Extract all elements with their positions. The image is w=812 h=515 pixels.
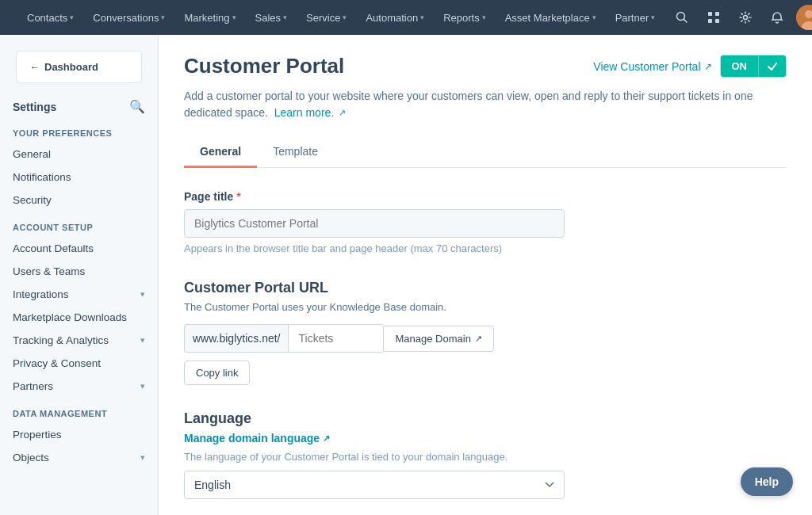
sidebar-item-account-defaults[interactable]: Account Defaults bbox=[0, 237, 158, 260]
chevron-down-icon: ▾ bbox=[140, 289, 145, 299]
chevron-down-icon: ▾ bbox=[70, 13, 74, 21]
learn-more-link[interactable]: Learn more. ↗ bbox=[274, 105, 346, 121]
sidebar-section-data-management: Data Management bbox=[0, 398, 158, 423]
sidebar-item-partners[interactable]: Partners ▾ bbox=[0, 375, 158, 398]
chevron-down-icon: ▾ bbox=[161, 13, 165, 21]
sidebar-item-notifications[interactable]: Notifications bbox=[0, 166, 158, 189]
sidebar-item-objects[interactable]: Objects ▾ bbox=[0, 446, 158, 469]
chevron-down-icon: ▾ bbox=[140, 335, 145, 345]
external-link-icon: ↗ bbox=[475, 334, 482, 344]
nav-partner[interactable]: Partner ▾ bbox=[607, 0, 664, 35]
svg-point-8 bbox=[744, 16, 748, 20]
manage-language-link[interactable]: Manage domain language ↗ bbox=[184, 432, 330, 444]
header-actions: View Customer Portal ↗ ON bbox=[593, 55, 787, 78]
portal-toggle[interactable]: ON bbox=[720, 55, 787, 78]
external-link-icon: ↗ bbox=[339, 106, 346, 120]
dashboard-back-button[interactable]: ← Dashboard bbox=[16, 51, 142, 83]
language-hint: The language of your Customer Portal is … bbox=[184, 451, 787, 463]
app-body: ← Dashboard Settings 🔍 Your Preferences … bbox=[0, 35, 812, 515]
nav-automation[interactable]: Automation ▾ bbox=[358, 0, 432, 35]
settings-icon[interactable] bbox=[733, 5, 758, 30]
url-section: Customer Portal URL The Customer Portal … bbox=[184, 280, 787, 385]
sidebar-search-icon[interactable]: 🔍 bbox=[129, 99, 145, 114]
sidebar-item-general[interactable]: General bbox=[0, 143, 158, 166]
nav-service[interactable]: Service ▾ bbox=[298, 0, 354, 35]
chevron-down-icon: ▾ bbox=[140, 452, 145, 463]
svg-rect-6 bbox=[708, 19, 712, 23]
sidebar-title: Settings bbox=[13, 101, 56, 113]
page-description: Add a customer portal to your website wh… bbox=[184, 88, 787, 121]
sidebar-item-users-teams[interactable]: Users & Teams bbox=[0, 260, 158, 283]
copy-link-button[interactable]: Copy link bbox=[184, 360, 250, 385]
search-icon[interactable] bbox=[669, 5, 695, 30]
nav-asset-marketplace[interactable]: Asset Marketplace ▾ bbox=[497, 0, 604, 35]
back-arrow-icon: ← bbox=[29, 61, 40, 73]
view-portal-link[interactable]: View Customer Portal ↗ bbox=[593, 60, 711, 73]
chevron-down-icon: ▾ bbox=[283, 13, 287, 21]
nav-contacts[interactable]: Contacts ▾ bbox=[19, 0, 82, 35]
chevron-down-icon: ▾ bbox=[592, 13, 596, 21]
tab-general[interactable]: General bbox=[184, 137, 257, 168]
tab-template[interactable]: Template bbox=[257, 137, 334, 168]
top-navigation: H Contacts ▾ Conversations ▾ Marketing ▾… bbox=[0, 0, 812, 35]
sidebar-item-integrations[interactable]: Integrations ▾ bbox=[0, 283, 158, 306]
url-section-title: Customer Portal URL bbox=[184, 280, 787, 296]
chevron-down-icon: ▾ bbox=[232, 13, 236, 21]
sidebar-item-marketplace-downloads[interactable]: Marketplace Downloads bbox=[0, 306, 158, 329]
sidebar-section-preferences: Your Preferences bbox=[0, 117, 158, 143]
page-title-input[interactable] bbox=[184, 209, 565, 238]
user-avatar[interactable] bbox=[796, 5, 812, 30]
sidebar-item-privacy-consent[interactable]: Privacy & Consent bbox=[0, 352, 158, 375]
svg-rect-5 bbox=[715, 12, 719, 16]
language-section: Language Manage domain language ↗ The la… bbox=[184, 410, 787, 499]
url-input[interactable] bbox=[288, 324, 383, 353]
sidebar-header: Settings 🔍 bbox=[0, 93, 158, 117]
sidebar-item-properties[interactable]: Properties bbox=[0, 423, 158, 446]
page-title-hint: Appears in the browser title bar and pag… bbox=[184, 242, 787, 254]
language-select[interactable]: English bbox=[184, 471, 565, 499]
help-button[interactable]: Help bbox=[741, 467, 793, 496]
page-title-section: Page title * Appears in the browser titl… bbox=[184, 190, 787, 254]
svg-line-3 bbox=[684, 20, 688, 23]
manage-domain-button[interactable]: Manage Domain ↗ bbox=[383, 326, 493, 352]
nav-marketing[interactable]: Marketing ▾ bbox=[176, 0, 243, 35]
sidebar-item-security[interactable]: Security bbox=[0, 189, 158, 212]
main-content: Customer Portal View Customer Portal ↗ O… bbox=[159, 35, 812, 515]
url-section-subtitle: The Customer Portal uses your Knowledge … bbox=[184, 301, 787, 313]
svg-rect-7 bbox=[715, 19, 719, 23]
page-header: Customer Portal View Customer Portal ↗ O… bbox=[184, 54, 787, 78]
url-prefix: www.biglytics.net/ bbox=[184, 324, 288, 353]
page-title-label: Page title * bbox=[184, 190, 787, 203]
language-section-title: Language bbox=[184, 410, 787, 427]
apps-icon[interactable] bbox=[701, 5, 726, 30]
external-link-icon: ↗ bbox=[704, 61, 712, 72]
notifications-icon[interactable] bbox=[764, 5, 790, 30]
nav-icon-group: ▾ bbox=[669, 5, 812, 30]
chevron-down-icon: ▾ bbox=[343, 13, 347, 21]
tabs-row: General Template bbox=[184, 137, 787, 168]
required-indicator: * bbox=[236, 190, 240, 203]
sidebar-item-tracking-analytics[interactable]: Tracking & Analytics ▾ bbox=[0, 329, 158, 352]
url-row: www.biglytics.net/ Manage Domain ↗ bbox=[184, 324, 787, 353]
external-link-icon: ↗ bbox=[323, 433, 330, 444]
nav-sales[interactable]: Sales ▾ bbox=[247, 0, 296, 35]
nav-reports[interactable]: Reports ▾ bbox=[435, 0, 494, 35]
sidebar-section-account-setup: Account Setup bbox=[0, 212, 158, 237]
page-title: Customer Portal bbox=[184, 54, 344, 78]
toggle-check-icon[interactable] bbox=[758, 55, 786, 77]
toggle-on-label[interactable]: ON bbox=[721, 55, 759, 77]
sidebar: ← Dashboard Settings 🔍 Your Preferences … bbox=[0, 35, 159, 515]
chevron-down-icon: ▾ bbox=[420, 13, 424, 21]
chevron-down-icon: ▾ bbox=[140, 381, 145, 391]
svg-rect-4 bbox=[708, 12, 712, 16]
chevron-down-icon: ▾ bbox=[651, 13, 655, 21]
nav-conversations[interactable]: Conversations ▾ bbox=[85, 0, 173, 35]
chevron-down-icon: ▾ bbox=[482, 13, 486, 21]
